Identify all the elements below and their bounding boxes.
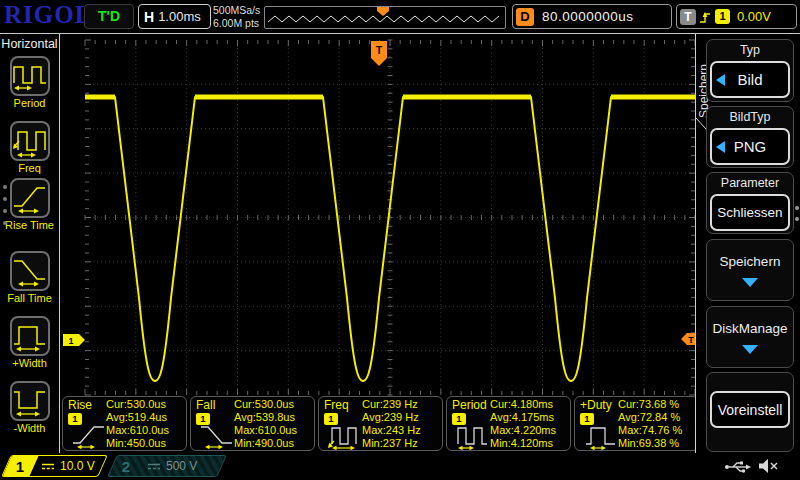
- softkey-label: -Width: [0, 422, 59, 434]
- freq-icon: [10, 121, 50, 161]
- period-meas-icon: [456, 423, 492, 454]
- fall-meas-icon: [200, 423, 236, 454]
- usb-icon: [724, 459, 752, 478]
- channel1-badge[interactable]: 1 10.0 V: [1, 455, 108, 477]
- softkey-title: Parameter: [707, 176, 793, 190]
- measurement-label: +Duty: [580, 398, 612, 412]
- channel1-scale: 10.0 V: [60, 459, 95, 473]
- trigger-readout[interactable]: T 1 0.00V: [676, 4, 797, 29]
- waveform-preview[interactable]: [264, 6, 506, 29]
- trigger-source-badge: 1: [715, 9, 730, 24]
- softkey-speichern[interactable]: Speichern: [706, 239, 794, 301]
- measurement-values: Cur:73.68 % Avg:72.84 % Max:74.76 % Min:…: [618, 398, 695, 450]
- softkey-freq[interactable]: Freq: [0, 121, 59, 174]
- parameter-value-box: Schliessen: [710, 194, 790, 231]
- delay-value: 80.0000000us: [542, 9, 634, 24]
- measurement-values: Cur:239 Hz Avg:239 Hz Max:243 Hz Min:237…: [362, 398, 439, 450]
- page-dot: [795, 206, 799, 210]
- bottom-bar: 1 10.0 V 2: [0, 453, 800, 480]
- page-dot: [795, 217, 799, 221]
- top-bar: RIGOL T'D H 1.00ms 500MSa/s 6.00M pts D …: [0, 0, 800, 34]
- softkey-parameter[interactable]: Parameter Schliessen: [706, 172, 794, 234]
- bildtyp-value-box: PNG: [710, 128, 790, 165]
- measurement-panel-period: Period 1 Cur:4.180ms Avg:4.175ms Max:4.2…: [446, 396, 571, 451]
- softkey-typ[interactable]: Typ Bild: [706, 39, 794, 102]
- plus-width-icon: [10, 316, 50, 356]
- left-triangle-icon: [716, 141, 725, 153]
- down-triangle-icon: [742, 278, 758, 287]
- channel1-trace: [85, 97, 695, 381]
- page-dot: [3, 221, 7, 225]
- measurement-panel-duty: +Duty 1 Cur:73.68 % Avg:72.84 % Max:74.7…: [574, 396, 699, 451]
- measurement-label: Freq: [324, 398, 349, 412]
- oscilloscope-screen: RIGOL T'D H 1.00ms 500MSa/s 6.00M pts D …: [0, 0, 800, 480]
- measurement-label: Rise: [68, 398, 92, 412]
- sample-rate: 500MSa/s: [213, 4, 260, 17]
- delay-readout[interactable]: D 80.0000000us: [512, 4, 672, 29]
- page-dot: [3, 197, 7, 201]
- channel1-number: 1: [16, 458, 24, 475]
- coupling-dc-icon: [41, 462, 55, 471]
- right-menu: Speichern Typ Bild BildTyp PNG Parameter…: [695, 34, 800, 453]
- trigger-badge: T: [680, 9, 696, 25]
- measurement-panel-freq: Freq 1 Cur:239 Hz Avg:239 Hz Max:243 Hz …: [318, 396, 443, 451]
- period-icon: [10, 56, 50, 96]
- left-triangle-icon: [716, 74, 725, 86]
- channel2-badge[interactable]: 2 500 V: [107, 455, 227, 477]
- acquisition-info: 500MSa/s 6.00M pts: [213, 4, 260, 29]
- svg-text:T: T: [376, 45, 382, 56]
- delay-badge: D: [516, 8, 534, 26]
- softkey-plus-width[interactable]: +Width: [0, 316, 59, 369]
- left-menu: Horizontal Period: [0, 34, 60, 453]
- measurement-label: Period: [452, 398, 487, 412]
- softkey-title: BildTyp: [707, 110, 793, 124]
- softkey-fall-time[interactable]: Fall Time: [0, 251, 59, 304]
- typ-value-box: Bild: [710, 61, 790, 98]
- page-dot: [3, 209, 7, 213]
- softkey-rise-time[interactable]: Rise Time: [0, 178, 59, 231]
- speaker-muted-icon: [757, 457, 781, 479]
- parameter-value: Schliessen: [717, 205, 782, 220]
- memory-depth: 6.00M pts: [213, 17, 260, 30]
- measurement-panel-fall: Fall 1 Cur:530.0us Avg:539.8us Max:610.0…: [190, 396, 315, 451]
- softkey-voreinstell[interactable]: Voreinstell: [706, 372, 794, 452]
- h-label: H: [144, 9, 154, 25]
- preview-trace: [265, 7, 503, 26]
- softkey-label: +Width: [0, 357, 59, 369]
- softkey-bildtyp[interactable]: BildTyp PNG: [706, 106, 794, 168]
- timebase-value: 1.00ms: [158, 9, 201, 24]
- softkey-label: Freq: [0, 162, 59, 174]
- channel2-number: 2: [122, 458, 130, 475]
- measurement-values: Cur:530.0us Avg:539.8us Max:610.0us Min:…: [234, 398, 311, 450]
- left-menu-title: Horizontal: [0, 37, 59, 51]
- measurement-panel-rise: Rise 1 Cur:530.0us Avg:519.4us Max:610.0…: [62, 396, 187, 451]
- duty-meas-icon: [584, 423, 620, 454]
- rise-time-icon: [10, 178, 50, 218]
- measurement-values: Cur:530.0us Avg:519.4us Max:610.0us Min:…: [106, 398, 183, 450]
- trigger-status-badge: T'D: [84, 4, 134, 29]
- channel1-level-marker[interactable]: [63, 334, 85, 346]
- softkey-label: Fall Time: [0, 292, 59, 304]
- softkey-title: Speichern: [720, 254, 781, 269]
- softkey-title: Typ: [707, 43, 793, 57]
- rise-meas-icon: [72, 423, 108, 454]
- voreinstell-label: Voreinstell: [718, 402, 783, 418]
- horizontal-timebase[interactable]: H 1.00ms: [138, 4, 211, 29]
- softkey-period[interactable]: Period: [0, 56, 59, 109]
- softkey-label: Period: [0, 97, 59, 109]
- softkey-minus-width[interactable]: -Width: [0, 381, 59, 434]
- preview-trigger-marker: [377, 7, 389, 16]
- minus-width-icon: [10, 381, 50, 421]
- trigger-level-value: 0.00V: [737, 9, 771, 24]
- svg-text:T: T: [688, 335, 694, 345]
- softkey-diskmanage[interactable]: DiskManage: [706, 306, 794, 368]
- softkey-label: Rise Time: [0, 219, 59, 231]
- typ-value: Bild: [737, 71, 762, 88]
- channel2-scale: 500 V: [166, 459, 197, 473]
- svg-text:1: 1: [68, 336, 73, 346]
- waveform-display: T1T: [0, 0, 800, 455]
- rising-edge-icon: [699, 9, 712, 25]
- measurement-label: Fall: [196, 398, 215, 412]
- coupling-dc-icon: [147, 462, 161, 471]
- down-triangle-icon: [742, 345, 758, 354]
